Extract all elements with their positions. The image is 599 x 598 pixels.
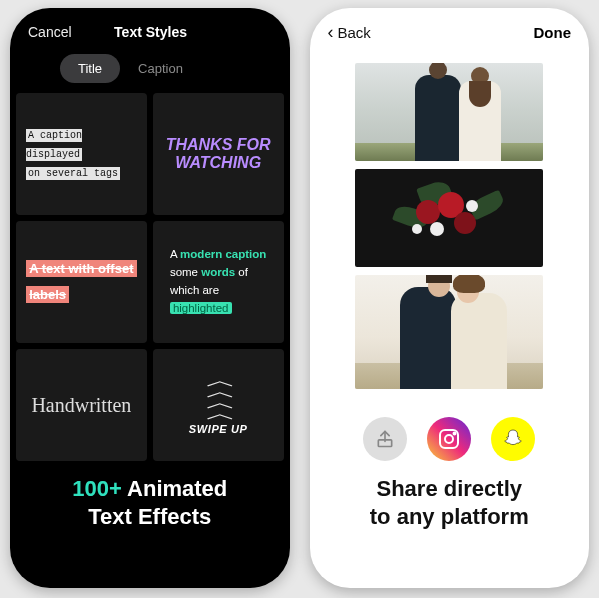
share-screen: ‹ Back Done (310, 8, 590, 588)
style-tile-caption-tags[interactable]: A caption displayed on several tags (16, 93, 147, 215)
tab-title[interactable]: Title (60, 54, 120, 83)
style-tile-thanks[interactable]: THANKS FOR WATCHING (153, 93, 284, 215)
instagram-icon (437, 427, 461, 451)
back-button[interactable]: ‹ Back (328, 22, 371, 43)
svg-point-3 (454, 433, 456, 435)
header: Cancel Text Styles (10, 8, 290, 46)
style-tabs: Title Caption (10, 54, 290, 83)
style-tile-modern[interactable]: A modern caption some words of which are… (153, 221, 284, 343)
snapchat-icon (501, 427, 525, 451)
style-tile-offset[interactable]: A text with offset labels (16, 221, 147, 343)
instagram-button[interactable] (427, 417, 471, 461)
done-button[interactable]: Done (534, 24, 572, 41)
headline: Share directly to any platform (310, 461, 590, 530)
share-button[interactable] (363, 417, 407, 461)
share-targets (310, 417, 590, 461)
text-styles-screen: Cancel Text Styles Title Caption A capti… (10, 8, 290, 588)
style-tile-swipe-up[interactable]: ︿︿︿︿ SWIPE UP (153, 349, 284, 461)
story-canvas (345, 53, 553, 399)
snapchat-button[interactable] (491, 417, 535, 461)
headline: 100+ Animated Text Effects (10, 461, 290, 530)
chevron-left-icon: ‹ (328, 22, 334, 43)
share-icon (375, 429, 395, 449)
photo-bouquet (355, 169, 543, 267)
chevron-up-icon: ︿︿︿︿ (210, 375, 227, 419)
cancel-button[interactable]: Cancel (28, 24, 72, 40)
svg-point-2 (445, 435, 453, 443)
photo-couple-field (355, 63, 543, 161)
photo-couple-beach (355, 275, 543, 389)
tab-caption[interactable]: Caption (120, 54, 201, 83)
page-title: Text Styles (114, 24, 187, 40)
style-tile-handwritten[interactable]: Handwritten (16, 349, 147, 461)
header: ‹ Back Done (310, 8, 590, 47)
style-grid: A caption displayed on several tags THAN… (10, 93, 290, 461)
